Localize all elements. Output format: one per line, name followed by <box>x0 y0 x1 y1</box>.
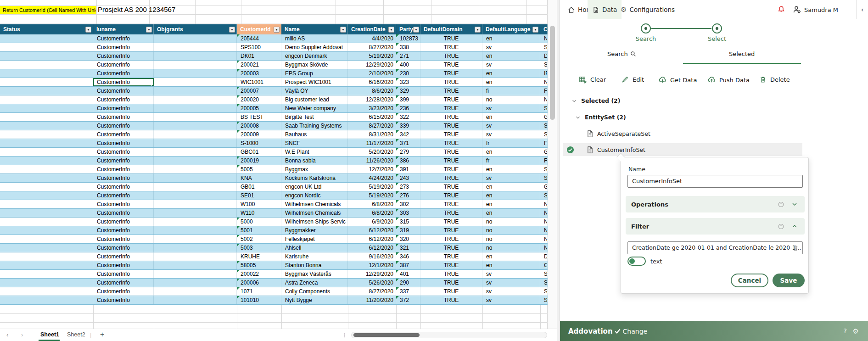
cell-customerid[interactable]: 200020 <box>237 95 281 104</box>
cell-objgrants[interactable] <box>154 296 237 304</box>
cell-status[interactable] <box>0 104 93 112</box>
cell-name[interactable]: Birgitte Test <box>281 113 348 121</box>
cell-party[interactable]: 276 <box>396 191 420 200</box>
cell-party[interactable]: 400 <box>396 61 420 69</box>
tree-node-entityset[interactable]: EntitySet (2) <box>575 114 626 121</box>
cell-country[interactable]: NO <box>540 226 548 235</box>
cell-luname[interactable]: CustomerInfo <box>93 95 154 104</box>
cell-customerid[interactable]: 200009 <box>237 130 281 139</box>
cell-defaultlanguage[interactable]: fi <box>482 87 540 95</box>
cell-defaultdomain[interactable]: TRUE <box>420 261 482 269</box>
cell-name[interactable]: engcon Denmark <box>281 52 348 60</box>
filter-dropdown-icon[interactable]: ▼ <box>532 27 538 33</box>
cell-creationdate[interactable]: 5/20/2020 <box>348 148 396 156</box>
cell-defaultdomain[interactable]: TRUE <box>420 226 482 235</box>
cell-status[interactable] <box>0 270 93 278</box>
save-button[interactable]: Save <box>773 274 805 287</box>
cell-status[interactable] <box>0 122 93 130</box>
cell-luname[interactable]: CustomerInfo <box>93 279 154 287</box>
cell-objgrants[interactable] <box>154 200 237 208</box>
cell-defaultlanguage[interactable]: en <box>482 191 540 200</box>
cell-luname[interactable]: CustomerInfo <box>93 157 154 165</box>
filter-dropdown-icon[interactable]: ▼ <box>146 27 152 33</box>
edit-button[interactable]: Edit <box>621 75 644 84</box>
cell-name[interactable]: Big customer lead <box>281 95 348 104</box>
cell-defaultlanguage[interactable]: no <box>482 226 540 235</box>
cell-status[interactable] <box>0 252 93 261</box>
cell-objgrants[interactable] <box>154 113 237 121</box>
cell-creationdate[interactable]: 11/26/2020 <box>348 157 396 165</box>
cell-country[interactable]: SE <box>540 270 548 278</box>
cell-luname[interactable]: CustomerInfo <box>93 191 154 200</box>
cell-luname[interactable]: CustomerInfo <box>93 122 154 130</box>
cell-status[interactable] <box>0 139 93 147</box>
cell-customerid[interactable]: 5002 <box>237 235 281 243</box>
cell-name[interactable]: Felleskjøpet <box>281 235 348 243</box>
cell-country[interactable]: NO <box>540 235 548 243</box>
cell-creationdate[interactable]: 9/16/2020 <box>348 252 396 261</box>
cell-customerid[interactable]: 101010 <box>237 296 281 304</box>
step-search-circle[interactable] <box>641 23 651 34</box>
cell-customerid[interactable]: 200006 <box>237 279 281 287</box>
cell-status[interactable] <box>0 235 93 243</box>
cell-country[interactable]: IE <box>540 69 548 78</box>
cell-name[interactable]: Wilhelmsen Chemicals <box>281 200 348 208</box>
chevron-down-icon[interactable] <box>575 114 581 121</box>
cell-customerid[interactable]: 200003 <box>237 69 281 78</box>
cell-luname[interactable]: CustomerInfo <box>93 270 154 278</box>
text-toggle[interactable] <box>627 257 646 266</box>
cell-country[interactable]: NO <box>540 209 548 217</box>
cell-objgrants[interactable] <box>154 174 237 182</box>
cell-customerid[interactable]: BS TEST <box>237 113 281 121</box>
cell-customerid[interactable]: GBC01 <box>237 148 281 156</box>
cell-defaultdomain[interactable]: TRUE <box>420 52 482 60</box>
cell-creationdate[interactable]: 4/4/2020 <box>348 34 396 43</box>
cell-party[interactable]: 323 <box>396 78 420 86</box>
cell-customerid[interactable]: 5005 <box>237 165 281 173</box>
cell-defaultlanguage[interactable]: en <box>482 252 540 261</box>
cell-name[interactable]: SNCF <box>281 139 348 147</box>
cell-defaultdomain[interactable]: TRUE <box>420 235 482 243</box>
cell-luname[interactable]: CustomerInfo <box>93 235 154 243</box>
cell-party[interactable]: 303 <box>396 209 420 217</box>
cell-luname[interactable]: CustomerInfo <box>93 174 154 182</box>
cell-customerid[interactable]: SE01 <box>237 191 281 200</box>
cell-defaultlanguage[interactable]: sv <box>482 122 540 130</box>
cell-defaultlanguage[interactable]: en <box>482 261 540 269</box>
cell-objgrants[interactable] <box>154 52 237 60</box>
cell-creationdate[interactable]: 6/12/2020 <box>348 244 396 252</box>
cell-objgrants[interactable] <box>154 104 237 112</box>
cell-name[interactable]: Bauhaus <box>281 130 348 139</box>
filter-dropdown-icon[interactable]: ▼ <box>413 27 419 33</box>
horizontal-scrollbar[interactable] <box>351 332 547 338</box>
delete-button[interactable]: Delete <box>759 75 790 84</box>
cell-objgrants[interactable] <box>154 287 237 296</box>
cell-defaultdomain[interactable]: TRUE <box>420 148 482 156</box>
cell-defaultlanguage[interactable]: en <box>482 113 540 121</box>
cell-objgrants[interactable] <box>154 95 237 104</box>
user-account[interactable]: Samudra M <box>792 0 838 19</box>
cell-status[interactable] <box>0 244 93 252</box>
cell-objgrants[interactable] <box>154 235 237 243</box>
cell-name[interactable]: Bonna sabla <box>281 157 348 165</box>
notifications-bell-icon[interactable] <box>777 5 786 14</box>
nav-configurations[interactable]: ⚙ Configurations <box>616 0 679 19</box>
cell-objgrants[interactable] <box>154 252 237 261</box>
cell-luname[interactable]: CustomerInfo <box>93 200 154 208</box>
cell-defaultlanguage[interactable]: en <box>482 78 540 86</box>
cell-defaultlanguage[interactable]: en <box>482 34 540 43</box>
cell-customerid[interactable]: W110 <box>237 209 281 217</box>
cell-defaultlanguage[interactable]: en <box>482 165 540 173</box>
cell-creationdate[interactable]: 5/19/2020 <box>348 183 396 191</box>
cell-party[interactable]: 386 <box>396 157 420 165</box>
cell-objgrants[interactable] <box>154 270 237 278</box>
chevron-down-icon[interactable] <box>791 201 798 208</box>
cell-party[interactable]: 302 <box>396 200 420 208</box>
cell-customerid[interactable]: 5001 <box>237 226 281 235</box>
cell-defaultlanguage[interactable]: sv <box>482 61 540 69</box>
tree-item-customerinfoset[interactable]: CustomerInfoSet <box>587 146 645 154</box>
cell-name[interactable]: Byggmax Västerås <box>281 270 348 278</box>
cell-objgrants[interactable] <box>154 244 237 252</box>
cell-status[interactable] <box>0 261 93 269</box>
cell-objgrants[interactable] <box>154 69 237 78</box>
